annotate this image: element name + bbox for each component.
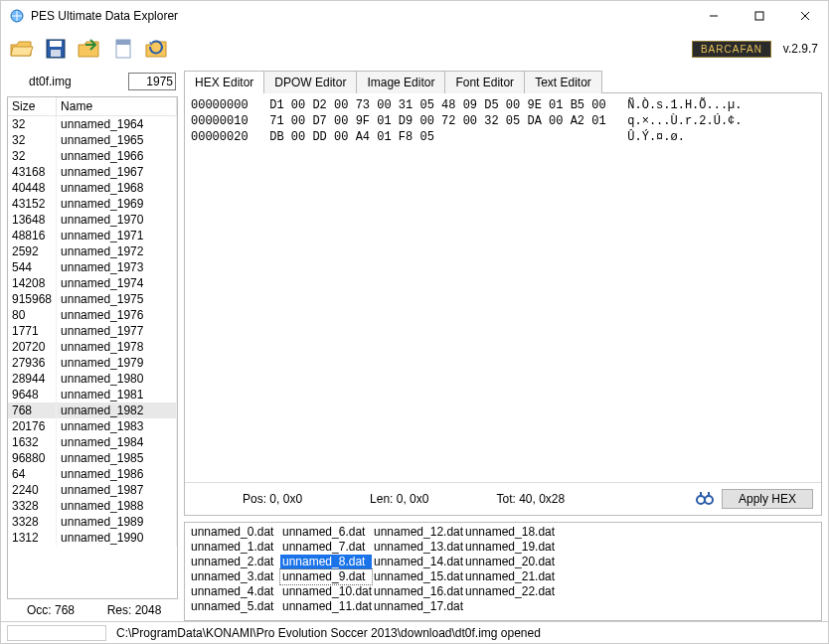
len-label: Len: 0, 0x0: [370, 492, 428, 506]
list-item[interactable]: unnamed_6.dat: [280, 525, 372, 540]
editor-tabs: HEX EditorDPOW EditorImage EditorFont Ed…: [184, 71, 822, 93]
list-item[interactable]: unnamed_22.dat: [463, 584, 555, 599]
table-row[interactable]: 9648unnamed_1981: [8, 387, 177, 402]
table-row[interactable]: 1312unnamed_1990: [8, 530, 177, 546]
app-icon: [9, 8, 25, 24]
col-size[interactable]: Size: [8, 97, 57, 116]
table-row[interactable]: 40448unnamed_1968: [8, 180, 177, 196]
list-item[interactable]: unnamed_19.dat: [463, 540, 555, 555]
list-item[interactable]: unnamed_20.dat: [463, 555, 555, 569]
table-row[interactable]: 544unnamed_1973: [8, 259, 177, 275]
tab-dpow-editor[interactable]: DPOW Editor: [263, 71, 357, 93]
list-item[interactable]: unnamed_13.dat: [372, 540, 463, 555]
table-row[interactable]: 1632unnamed_1984: [8, 434, 177, 450]
open-button[interactable]: [7, 34, 37, 64]
table-row[interactable]: 20720unnamed_1978: [8, 339, 177, 355]
list-item[interactable]: unnamed_17.dat: [372, 599, 463, 614]
apply-hex-button[interactable]: Apply HEX: [722, 489, 813, 509]
list-item[interactable]: unnamed_18.dat: [463, 525, 555, 540]
table-row[interactable]: 64unnamed_1986: [8, 466, 177, 482]
toolbar: BARCAFAN v.2.9.7: [1, 31, 828, 67]
table-row[interactable]: 2240unnamed_1987: [8, 482, 177, 498]
table-row[interactable]: 32unnamed_1964: [8, 116, 177, 133]
window-title: PES Ultimate Data Explorer: [31, 9, 178, 23]
list-item[interactable]: unnamed_3.dat: [189, 569, 280, 584]
hex-view[interactable]: 00000000 D1 00 D2 00 73 00 31 05 48 09 D…: [185, 93, 821, 482]
tab-font-editor[interactable]: Font Editor: [444, 71, 525, 93]
dat-file-list[interactable]: unnamed_0.datunnamed_1.datunnamed_2.datu…: [184, 522, 822, 621]
occ-label: Occ: 768: [9, 603, 92, 617]
table-row[interactable]: 2592unnamed_1972: [8, 243, 177, 259]
res-label: Res: 2048: [92, 603, 176, 617]
list-item[interactable]: unnamed_0.dat: [189, 525, 280, 540]
svg-rect-7: [51, 50, 61, 57]
table-row[interactable]: 915968unnamed_1975: [8, 291, 177, 307]
close-button[interactable]: [782, 1, 828, 31]
pos-label: Pos: 0, 0x0: [243, 492, 302, 506]
list-item[interactable]: unnamed_15.dat: [372, 569, 463, 584]
list-item[interactable]: unnamed_1.dat: [189, 540, 280, 555]
file-label: dt0f.img: [9, 75, 72, 88]
table-row[interactable]: 13648unnamed_1970: [8, 212, 177, 228]
table-row[interactable]: 48816unnamed_1971: [8, 228, 177, 243]
table-row[interactable]: 96880unnamed_1985: [8, 450, 177, 466]
svg-rect-6: [50, 41, 62, 47]
list-item[interactable]: unnamed_10.dat: [280, 584, 372, 599]
list-item[interactable]: unnamed_2.dat: [189, 555, 280, 569]
svg-rect-9: [116, 40, 130, 45]
maximize-button[interactable]: [737, 1, 782, 31]
index-input[interactable]: [128, 73, 176, 90]
table-row[interactable]: 28944unnamed_1980: [8, 371, 177, 387]
replace-button[interactable]: [142, 34, 172, 64]
binoculars-icon[interactable]: [696, 490, 714, 508]
svg-point-11: [705, 496, 713, 504]
list-item[interactable]: unnamed_21.dat: [463, 569, 555, 584]
table-row[interactable]: 43168unnamed_1967: [8, 164, 177, 180]
col-name[interactable]: Name: [57, 97, 177, 116]
save-button[interactable]: [41, 34, 71, 64]
table-row[interactable]: 1771unnamed_1977: [8, 323, 177, 339]
table-row[interactable]: 3328unnamed_1989: [8, 514, 177, 530]
tab-image-editor[interactable]: Image Editor: [356, 71, 445, 93]
table-row[interactable]: 3328unnamed_1988: [8, 498, 177, 514]
tab-text-editor[interactable]: Text Editor: [524, 71, 602, 93]
list-item[interactable]: unnamed_16.dat: [372, 584, 463, 599]
entry-table[interactable]: Size Name 32unnamed_196432unnamed_196532…: [7, 96, 178, 599]
import-button[interactable]: [75, 34, 104, 64]
svg-rect-2: [755, 12, 763, 20]
tot-label: Tot: 40, 0x28: [496, 492, 565, 506]
svg-point-10: [697, 496, 705, 504]
title-bar: PES Ultimate Data Explorer: [1, 1, 828, 31]
table-row[interactable]: 32unnamed_1965: [8, 132, 177, 148]
list-item[interactable]: unnamed_12.dat: [372, 525, 463, 540]
author-badge: BARCAFAN: [692, 41, 771, 58]
list-item[interactable]: unnamed_5.dat: [189, 599, 280, 614]
table-row[interactable]: 14208unnamed_1974: [8, 275, 177, 291]
table-row[interactable]: 80unnamed_1976: [8, 307, 177, 323]
list-item[interactable]: unnamed_8.dat: [280, 555, 372, 569]
table-row[interactable]: 43152unnamed_1969: [8, 196, 177, 212]
status-slot: [7, 625, 106, 641]
version-label: v.2.9.7: [783, 42, 818, 56]
list-item[interactable]: unnamed_4.dat: [189, 584, 280, 599]
table-row[interactable]: 27936unnamed_1979: [8, 355, 177, 371]
tab-hex-editor[interactable]: HEX Editor: [184, 71, 264, 93]
list-item[interactable]: unnamed_11.dat: [280, 599, 372, 614]
status-bar: C:\ProgramData\KONAMI\Pro Evolution Socc…: [1, 621, 828, 643]
export-button[interactable]: [108, 34, 138, 64]
table-row[interactable]: 768unnamed_1982: [8, 402, 177, 418]
table-row[interactable]: 20176unnamed_1983: [8, 418, 177, 434]
status-text: C:\ProgramData\KONAMI\Pro Evolution Socc…: [116, 626, 541, 640]
list-item[interactable]: unnamed_14.dat: [372, 555, 463, 569]
list-item[interactable]: unnamed_7.dat: [280, 540, 372, 555]
minimize-button[interactable]: [691, 1, 737, 31]
list-item[interactable]: unnamed_9.dat: [280, 569, 372, 584]
table-row[interactable]: 32unnamed_1966: [8, 148, 177, 164]
